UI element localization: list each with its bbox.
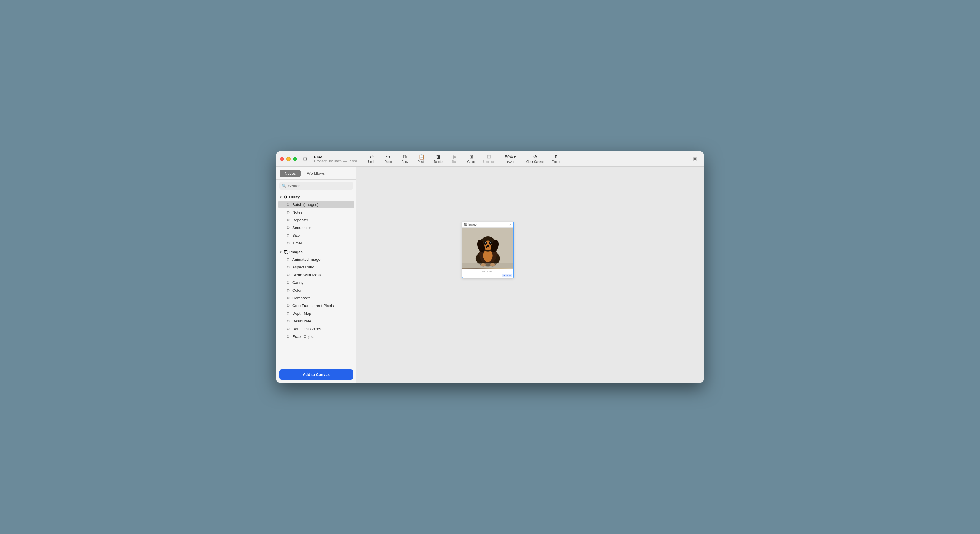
canvas-node-image[interactable]: 🖼 Image ✕ — [462, 222, 514, 278]
node-icon: ⚙ — [286, 288, 290, 292]
sidebar-item-timer[interactable]: ⚙ Timer — [278, 239, 354, 247]
clear-canvas-button[interactable]: ↺ Clear Canvas — [523, 153, 547, 165]
node-icon: ⚙ — [286, 202, 290, 207]
sidebar-content: ▾ ⚙ Utility ⚙ Batch (Images) ⚙ Notes ⚙ R… — [276, 192, 356, 367]
search-box[interactable]: 🔍 — [279, 182, 353, 189]
sidebar-item-size[interactable]: ⚙ Size — [278, 232, 354, 239]
sidebar-item-color[interactable]: ⚙ Color — [278, 286, 354, 294]
node-label: Repeater — [292, 218, 308, 222]
node-icon: ⚙ — [286, 334, 290, 339]
sidebar-item-sequencer[interactable]: ⚙ Sequencer — [278, 224, 354, 231]
copy-label: Copy — [402, 160, 408, 164]
node-icon: ⚙ — [286, 319, 290, 323]
delete-label: Delete — [434, 160, 442, 164]
node-label: Erase Object — [292, 334, 315, 339]
sidebar-item-notes[interactable]: ⚙ Notes — [278, 208, 354, 216]
images-section-header[interactable]: ▾ 🖼 Images — [276, 247, 356, 256]
node-label: Batch (Images) — [292, 202, 318, 207]
utility-chevron-icon: ▾ — [280, 195, 282, 199]
node-icon: ⚙ — [286, 311, 290, 316]
zoom-label: Zoom — [507, 160, 514, 163]
node-label: Crop Transparent Pixels — [292, 304, 334, 308]
canvas-node-size-label: 793 × 991 — [464, 270, 511, 273]
minimize-button[interactable] — [286, 157, 291, 161]
run-label: Run — [452, 160, 457, 164]
search-input[interactable] — [288, 184, 351, 188]
sidebar-item-aspect-ratio[interactable]: ⚙ Aspect Ratio — [278, 264, 354, 271]
sidebar-item-repeater[interactable]: ⚙ Repeater — [278, 216, 354, 224]
sidebar-item-blend-with-mask[interactable]: ⚙ Blend With Mask — [278, 271, 354, 278]
paste-icon: 📋 — [418, 154, 425, 159]
node-icon: ⚙ — [286, 296, 290, 300]
svg-rect-17 — [462, 263, 513, 269]
node-label: Composite — [292, 296, 311, 300]
node-label: Aspect Ratio — [292, 265, 314, 269]
sidebar-toggle-icon[interactable]: ⊡ — [302, 155, 308, 163]
sidebar-item-animated-image[interactable]: ⚙ Animated Image — [278, 256, 354, 263]
node-icon: ⚙ — [286, 257, 290, 262]
canvas-node-close-icon[interactable]: ✕ — [509, 223, 511, 226]
ungroup-button[interactable]: ⊟ Ungroup — [480, 153, 498, 165]
toolbar-separator-2 — [520, 154, 521, 164]
sidebar-item-depth-map[interactable]: ⚙ Depth Map — [278, 310, 354, 317]
redo-button[interactable]: ↪ Redo — [380, 153, 396, 165]
undo-label: Undo — [368, 160, 375, 164]
sidebar-item-dominant-colors[interactable]: ⚙ Dominant Colors — [278, 325, 354, 332]
add-to-canvas-button[interactable]: Add to Canvas — [279, 369, 353, 380]
node-label: Dominant Colors — [292, 327, 321, 331]
paste-label: Paste — [418, 160, 426, 164]
utility-section-header[interactable]: ▾ ⚙ Utility — [276, 192, 356, 200]
doc-title-main: Emoji — [314, 155, 357, 159]
images-chevron-icon: ▾ — [280, 250, 282, 254]
node-icon: ⚙ — [286, 304, 290, 308]
node-icon: ⚙ — [286, 210, 290, 215]
run-icon: ▶ — [453, 154, 457, 159]
sidebar-item-composite[interactable]: ⚙ Composite — [278, 294, 354, 302]
node-label: Blend With Mask — [292, 273, 321, 277]
node-icon: ⚙ — [286, 327, 290, 331]
node-label: Size — [292, 233, 300, 238]
fullscreen-button[interactable] — [293, 157, 297, 161]
sidebar-item-canny[interactable]: ⚙ Canny — [278, 279, 354, 286]
node-label: Notes — [292, 210, 302, 215]
panel-toggle-button[interactable]: ▣ — [690, 155, 700, 163]
group-icon: ⊞ — [469, 154, 473, 159]
canvas-area[interactable]: 🖼 Image ✕ — [356, 167, 704, 383]
delete-button[interactable]: 🗑 Delete — [430, 153, 446, 165]
node-label: Canny — [292, 280, 304, 285]
node-icon: ⚙ — [286, 280, 290, 285]
node-label: Sequencer — [292, 226, 311, 230]
canvas-node-bottom: Image — [462, 273, 513, 278]
sidebar-item-desaturate[interactable]: ⚙ Desaturate — [278, 318, 354, 325]
tab-workflows[interactable]: Workflows — [302, 170, 330, 177]
canvas-node-header: 🖼 Image ✕ — [462, 222, 513, 227]
utility-section-label: Utility — [289, 195, 300, 199]
node-icon: ⚙ — [286, 218, 290, 222]
redo-icon: ↪ — [386, 154, 390, 159]
zoom-control[interactable]: 50% ▾ Zoom — [503, 153, 518, 164]
dog-illustration — [462, 227, 513, 269]
sidebar-item-crop-transparent-pixels[interactable]: ⚙ Crop Transparent Pixels — [278, 302, 354, 310]
copy-icon: ⧉ — [403, 154, 407, 159]
utility-icon: ⚙ — [283, 195, 287, 199]
sidebar-item-erase-object[interactable]: ⚙ Erase Object — [278, 333, 354, 340]
ungroup-label: Ungroup — [483, 160, 495, 164]
node-label: Color — [292, 288, 302, 292]
close-button[interactable] — [280, 157, 284, 161]
run-button[interactable]: ▶ Run — [447, 153, 462, 165]
node-icon: ⚙ — [286, 233, 290, 238]
sidebar: Nodes Workflows 🔍 ▾ ⚙ Utility ⚙ Batc — [276, 167, 356, 383]
undo-button[interactable]: ↩ Undo — [364, 153, 379, 165]
sidebar-item-batch-images[interactable]: ⚙ Batch (Images) — [278, 201, 354, 208]
copy-button[interactable]: ⧉ Copy — [397, 153, 412, 165]
export-button[interactable]: ⬆ Export — [548, 153, 563, 165]
titlebar: ⊡ Emoji Odyssey Document — Edited ↩ Undo… — [276, 151, 704, 167]
zoom-chevron-icon: ▾ — [514, 154, 516, 159]
group-button[interactable]: ⊞ Group — [464, 153, 479, 165]
canvas-node-footer: 793 × 991 — [462, 269, 513, 273]
traffic-lights — [280, 157, 297, 161]
group-label: Group — [467, 160, 476, 164]
images-icon: 🖼 — [283, 250, 288, 254]
tab-nodes[interactable]: Nodes — [280, 170, 301, 177]
paste-button[interactable]: 📋 Paste — [414, 153, 429, 165]
